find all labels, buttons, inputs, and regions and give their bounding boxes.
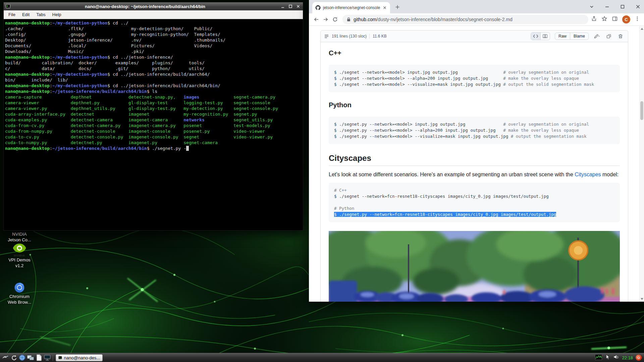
share-icon — [591, 16, 597, 22]
desktop-icon-label: v1.2 — [0, 263, 39, 268]
code-block-python[interactable]: $ ./segnet.py --network=<model> input.jp… — [329, 117, 620, 144]
tab-search-button[interactable] — [588, 3, 595, 10]
code-line: $ ./segnet --network=<model> input.jpg o… — [334, 69, 614, 75]
desktop-icon-chromium[interactable]: Chromium Web Brow... — [0, 282, 39, 305]
display-settings-launcher[interactable] — [43, 354, 51, 362]
desktop-icon-label: NVIDIA — [0, 231, 39, 237]
kebab-menu-icon — [635, 16, 640, 21]
terminal-close-button[interactable] — [295, 4, 301, 9]
terminal-menu-file[interactable]: File — [5, 12, 19, 17]
terminal-output[interactable]: nano@nano-desktop:~/my-detection-python$… — [4, 19, 303, 230]
browser-page: 191 lines (130 sloc) 11.6 KB — [309, 26, 644, 302]
share-button[interactable] — [591, 16, 597, 23]
browser-toolbar: github.com/dusty-nv/jetson-inference/blo… — [309, 13, 644, 26]
file-lines-icon — [324, 34, 329, 39]
minimize-all-button[interactable] — [9, 354, 18, 362]
browser-menu-button[interactable] — [635, 16, 640, 23]
side-panel-button[interactable] — [612, 16, 618, 23]
taskbar-window-label: nano@nano-des... — [64, 355, 100, 360]
reload-button[interactable] — [330, 15, 340, 24]
terminal-window-icon — [6, 4, 10, 9]
raw-button[interactable]: Raw — [555, 33, 570, 40]
nvidia-eye-icon — [12, 243, 27, 253]
forward-button[interactable] — [321, 15, 330, 24]
terminal-line: cuda-from-numpy.py detectnet-console ima… — [5, 128, 302, 134]
code-line: # C++ — [334, 187, 614, 193]
blame-button[interactable]: Blame — [570, 33, 588, 40]
terminal-line: nano@nano-desktop:~/jetson-inference/bui… — [5, 145, 302, 151]
edit-file-button[interactable] — [592, 32, 601, 40]
desktop-icon-nvidia-jetson[interactable]: NVIDIA Jetson Co... — [0, 231, 39, 243]
url-path: /dusty-nv/jetson-inference/blob/master/d… — [376, 17, 512, 22]
browser-tab[interactable]: jetson-inference/segnet-console — [312, 2, 390, 13]
desktop-icon-vpi-demos[interactable]: NVIDIA VPI Demos v1.2 — [0, 243, 39, 268]
page-scrollbar[interactable] — [639, 26, 644, 302]
plus-icon — [395, 4, 400, 10]
maximize-icon — [620, 4, 625, 9]
code-line: $ ./segnet --network=<model> --visualize… — [334, 81, 614, 87]
back-button[interactable] — [312, 15, 321, 24]
terminal-menu-help[interactable]: Help — [49, 12, 65, 17]
terminal-line: nano@nano-desktop:~/my-detection-python$… — [5, 71, 302, 77]
taskbar-window-button[interactable]: nano@nano-des... — [56, 354, 103, 361]
file-manager-launcher[interactable] — [35, 354, 43, 362]
delete-file-button[interactable] — [616, 32, 625, 40]
scroll-down-arrow[interactable] — [641, 298, 643, 300]
terminal-line: nano@nano-desktop:~/my-detection-python$… — [5, 83, 302, 88]
chromium-icon — [14, 282, 25, 293]
screens-launcher[interactable] — [26, 354, 35, 362]
browser-maximize-button[interactable] — [619, 3, 626, 10]
cityscapes-result-image[interactable] — [329, 231, 620, 302]
terminal-menu-tabs[interactable]: Tabs — [33, 12, 49, 17]
browser-close-button[interactable] — [635, 3, 641, 10]
copy-icon — [606, 34, 611, 39]
speaker-icon — [613, 354, 619, 360]
lxde-bird-icon — [2, 354, 9, 361]
address-bar[interactable]: github.com/dusty-nv/jetson-inference/blo… — [342, 15, 588, 24]
github-file-header: 191 lines (130 sloc) 11.6 KB — [321, 31, 628, 42]
scroll-up-arrow[interactable] — [641, 28, 643, 30]
bookmark-button[interactable] — [601, 16, 607, 23]
raw-blame-group: Raw Blame — [555, 33, 589, 40]
terminal-line: nano@nano-desktop:~/jetson-inference/bui… — [5, 88, 302, 94]
display-source-button[interactable] — [531, 33, 540, 40]
desktop-icon-label: Web Brow... — [0, 299, 39, 305]
cpu-monitor[interactable] — [595, 354, 602, 361]
section-heading-python: Python — [329, 101, 620, 109]
browser-launcher[interactable] — [18, 354, 26, 362]
browser-minimize-button[interactable] — [604, 3, 610, 10]
app-menu-button[interactable] — [1, 354, 9, 362]
display-rendered-button[interactable] — [540, 33, 550, 40]
mouse-settings-tray-icon[interactable] — [605, 354, 610, 361]
terminal-menu-edit[interactable]: Edit — [19, 12, 33, 17]
copy-raw-button[interactable] — [605, 32, 613, 40]
logout-button[interactable] — [636, 355, 642, 361]
tab-close-icon[interactable] — [382, 5, 387, 10]
code-line: $ ./segnet --network=fcn-resnet18-citysc… — [334, 193, 614, 199]
profile-avatar[interactable]: C — [622, 15, 630, 23]
terminal-line: camera-viewer depthnet.py gl-display-tes… — [5, 100, 302, 106]
book-icon — [543, 34, 547, 38]
terminal-titlebar[interactable]: nano@nano-desktop: ~/jetson-inference/bu… — [4, 2, 303, 10]
code-block-cityscapes[interactable]: # C++$ ./segnet --network=fcn-resnet18-c… — [329, 183, 620, 222]
dual-screens-icon — [27, 354, 34, 361]
scrollbar-thumb[interactable] — [640, 101, 643, 120]
terminal-line: cuda-to-numpy.py detectnet.py imagenet.p… — [5, 140, 302, 145]
chevron-down-icon — [589, 4, 594, 9]
code-line: $ ./segnet.py --network=<model> input.jp… — [334, 121, 614, 127]
browser-tab-title: jetson-inference/segnet-console — [323, 5, 380, 10]
file-lines-info: 191 lines (130 sloc) — [332, 34, 367, 39]
new-tab-button[interactable] — [393, 3, 401, 11]
cursor-icon — [605, 354, 610, 360]
code-line: $ ./segnet --network=<model> --alpha=200… — [334, 75, 614, 81]
terminal-line: cuda-from-cv.py detectnet-camera.py imag… — [5, 123, 302, 128]
taskbar-clock[interactable]: 22:18 — [622, 355, 633, 360]
terminal-line: cuda-array-interface.py detectnet imagen… — [5, 111, 302, 117]
cityscapes-link[interactable]: Cityscapes — [575, 172, 601, 177]
url-text: github.com/dusty-nv/jetson-inference/blo… — [354, 17, 513, 22]
code-block-cpp[interactable]: $ ./segnet --network=<model> input.jpg o… — [329, 65, 620, 92]
terminal-minimize-button[interactable] — [280, 4, 285, 9]
terminal-maximize-button[interactable] — [287, 4, 293, 9]
terminal-line: build/ calibration/ docker/ examples/ pl… — [5, 60, 302, 66]
volume-tray-icon[interactable] — [613, 354, 619, 361]
